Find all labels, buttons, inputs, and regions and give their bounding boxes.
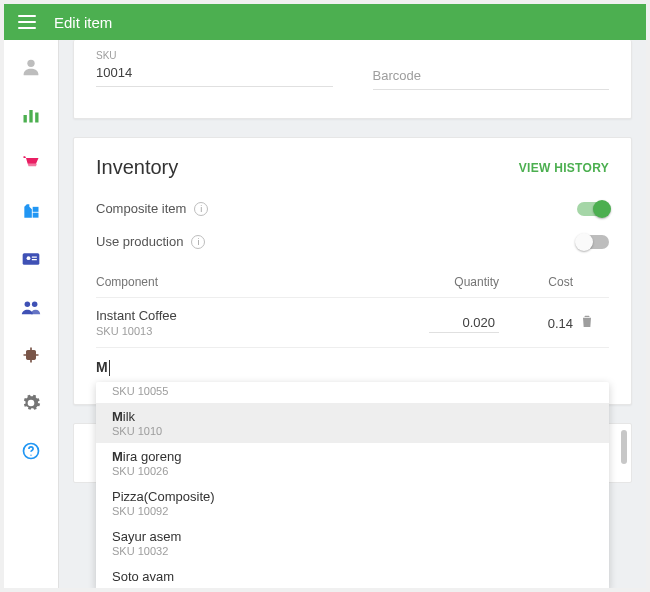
analytics-icon[interactable]	[20, 104, 42, 126]
svg-rect-3	[35, 113, 38, 123]
svg-point-7	[27, 256, 31, 260]
production-info-icon[interactable]: i	[191, 235, 205, 249]
component-name: Instant Coffee	[96, 308, 389, 323]
account-icon[interactable]	[20, 56, 42, 78]
dropdown-name: Soto avam	[112, 569, 593, 584]
dropdown-name: Mira goreng	[112, 449, 593, 464]
delete-row-button[interactable]	[579, 313, 609, 333]
svg-rect-5	[33, 207, 39, 212]
menu-button[interactable]	[18, 15, 36, 29]
col-component: Component	[96, 275, 389, 289]
dropdown-sku: SKU 10032	[112, 545, 593, 557]
barcode-placeholder: Barcode	[373, 50, 610, 90]
barcode-field[interactable]: Barcode	[373, 50, 610, 90]
col-cost: Cost	[499, 275, 579, 289]
svg-rect-1	[24, 115, 27, 123]
dropdown-sku: SKU 10026	[112, 465, 593, 477]
dropdown-sku: SKU 10055	[112, 385, 593, 397]
search-value: M	[96, 359, 108, 375]
dropdown-item[interactable]: Milk SKU 1010	[96, 403, 609, 443]
svg-point-11	[32, 302, 37, 308]
sku-label: SKU	[96, 50, 333, 61]
svg-point-10	[25, 302, 30, 308]
main-content: SKU 10014 Barcode Inventory VIEW HISTORY…	[59, 40, 646, 588]
dropdown-sku: SKU 10092	[112, 505, 593, 517]
sku-field[interactable]: SKU 10014	[96, 50, 333, 90]
composite-info-icon[interactable]: i	[194, 202, 208, 216]
sku-card: SKU 10014 Barcode	[73, 40, 632, 119]
production-label: Use production	[96, 234, 183, 249]
component-dropdown: SKU 10055 Milk SKU 1010 Mira goreng SKU …	[96, 382, 609, 588]
view-history-button[interactable]: VIEW HISTORY	[519, 161, 609, 175]
component-row: Instant Coffee SKU 10013 0.020 0.14	[96, 297, 609, 347]
dropdown-name: Milk	[112, 409, 593, 424]
svg-rect-4	[33, 213, 39, 218]
composite-label: Composite item	[96, 201, 186, 216]
col-quantity: Quantity	[389, 275, 499, 289]
dropdown-item[interactable]: Sayur asem SKU 10032	[96, 523, 609, 563]
employees-icon[interactable]	[20, 248, 42, 270]
inventory-icon[interactable]	[20, 200, 42, 222]
cost-value: 0.14	[548, 316, 573, 331]
dropdown-item[interactable]: Mira goreng SKU 10026	[96, 443, 609, 483]
inventory-card: Inventory VIEW HISTORY Composite item i …	[73, 137, 632, 405]
sidebar	[4, 40, 59, 588]
customers-icon[interactable]	[20, 296, 42, 318]
page-title: Edit item	[54, 14, 112, 31]
svg-rect-2	[29, 110, 32, 123]
settings-icon[interactable]	[20, 392, 42, 414]
items-icon[interactable]	[20, 152, 42, 174]
scroll-thumb[interactable]	[621, 430, 627, 464]
dropdown-sku: SKU 1010	[112, 425, 593, 437]
production-toggle[interactable]	[577, 235, 609, 249]
dropdown-name: Pizza(Composite)	[112, 489, 593, 504]
integrations-icon[interactable]	[20, 344, 42, 366]
dropdown-name: Sayur asem	[112, 529, 593, 544]
dropdown-item[interactable]: Pizza(Composite) SKU 10092	[96, 483, 609, 523]
svg-rect-8	[32, 257, 37, 258]
inventory-title: Inventory	[96, 156, 178, 179]
dropdown-item[interactable]: Soto avam	[96, 563, 609, 588]
svg-point-13	[30, 455, 31, 456]
svg-rect-9	[32, 259, 37, 260]
quantity-input[interactable]: 0.020	[429, 313, 499, 333]
component-search[interactable]: M SKU 10055 Milk SKU 1010 Mira goreng SK…	[96, 347, 609, 376]
text-caret	[109, 360, 110, 376]
component-sku: SKU 10013	[96, 325, 389, 337]
sku-value: 10014	[96, 61, 333, 87]
help-icon[interactable]	[20, 440, 42, 462]
svg-rect-6	[23, 253, 40, 265]
composite-toggle[interactable]	[577, 202, 609, 216]
dropdown-item[interactable]: SKU 10055	[96, 382, 609, 403]
svg-point-0	[27, 60, 34, 67]
